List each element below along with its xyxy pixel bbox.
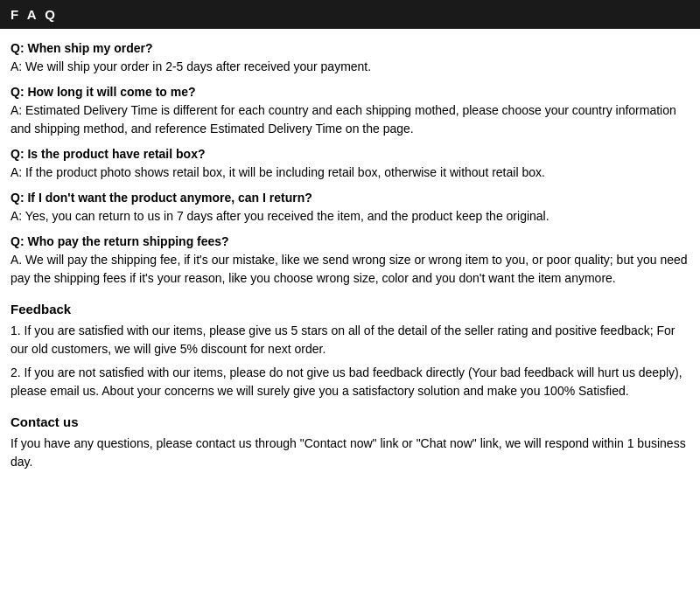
qa-item: Q: Is the product have retail box?A: If …	[10, 147, 690, 182]
question-text: Q: Who pay the return shipping fees?	[10, 234, 690, 248]
feedback-section: Feedback 1. If you are satisfied with ou…	[10, 302, 690, 400]
question-text: Q: If I don't want the product anymore, …	[10, 191, 690, 205]
contact-text: If you have any questions, please contac…	[10, 435, 690, 471]
answer-text: A: We will ship your order in 2-5 days a…	[10, 58, 690, 76]
contact-title: Contact us	[10, 414, 690, 429]
question-text: Q: Is the product have retail box?	[10, 147, 690, 161]
faq-header: F A Q	[0, 0, 700, 29]
qa-item: Q: When ship my order?A: We will ship yo…	[10, 41, 690, 76]
feedback-item: 2. If you are not satisfied with our ite…	[10, 364, 690, 400]
answer-text: A: Yes, you can return to us in 7 days a…	[10, 207, 690, 226]
answer-text: A: If the product photo shows retail box…	[10, 163, 690, 182]
feedback-title: Feedback	[10, 302, 690, 316]
qa-item: Q: How long it will come to me?A: Estima…	[10, 85, 690, 138]
question-text: Q: How long it will come to me?	[10, 85, 690, 99]
answer-text: A. We will pay the shipping fee, if it's…	[10, 251, 690, 288]
faq-section: Q: When ship my order?A: We will ship yo…	[10, 41, 690, 288]
feedback-item: 1. If you are satisfied with our items, …	[10, 322, 690, 358]
question-text: Q: When ship my order?	[10, 41, 690, 55]
main-content: Q: When ship my order?A: We will ship yo…	[0, 38, 700, 475]
qa-item: Q: Who pay the return shipping fees?A. W…	[10, 234, 690, 288]
answer-text: A: Estimated Delivery Time is different …	[10, 101, 690, 138]
contact-section: Contact us If you have any questions, pl…	[10, 414, 690, 471]
qa-item: Q: If I don't want the product anymore, …	[10, 191, 690, 226]
